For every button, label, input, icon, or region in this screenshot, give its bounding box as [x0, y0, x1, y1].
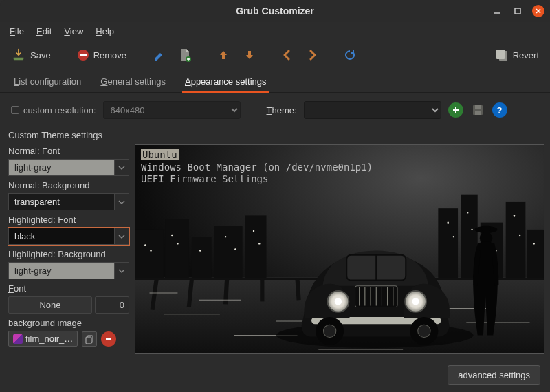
svg-rect-18: [245, 215, 267, 279]
svg-point-26: [171, 235, 173, 236]
svg-rect-2: [80, 54, 87, 56]
normal-font-select[interactable]: light-gray: [8, 159, 129, 176]
normal-background-select[interactable]: transparent: [8, 193, 129, 210]
svg-rect-0: [515, 8, 520, 14]
edit-button[interactable]: [148, 46, 169, 64]
svg-rect-5: [496, 50, 505, 59]
svg-line-44: [189, 279, 192, 307]
remove-button[interactable]: Remove: [73, 46, 131, 64]
new-entry-button[interactable]: [175, 45, 195, 65]
menu-file[interactable]: File: [10, 26, 24, 36]
normal-font-label: Normal: Font: [8, 146, 129, 156]
revert-button[interactable]: Revert: [491, 46, 543, 64]
app-window: Grub Customizer File Edit View Help Save…: [0, 0, 550, 392]
svg-rect-11: [106, 338, 111, 340]
svg-point-30: [234, 248, 236, 250]
menubar: File Edit View Help: [0, 22, 550, 41]
normal-background-label: Normal: Background: [8, 180, 129, 190]
svg-line-47: [298, 279, 299, 301]
remove-label: Remove: [94, 50, 126, 61]
pencil-icon: [153, 49, 165, 61]
revert-icon: [495, 49, 509, 61]
checkbox-icon: [11, 106, 19, 114]
svg-point-35: [467, 212, 468, 213]
highlighted-font-value: black: [8, 228, 114, 245]
svg-rect-78: [482, 226, 490, 231]
svg-line-45: [226, 279, 227, 305]
image-thumb-icon: [13, 334, 23, 344]
advanced-settings-button[interactable]: advanced settings: [448, 365, 540, 385]
chevron-down-icon: [114, 228, 129, 245]
svg-point-32: [258, 243, 260, 244]
footer: advanced settings: [0, 358, 550, 392]
svg-point-25: [150, 250, 151, 251]
tab-appearance-settings[interactable]: Appearance settings: [182, 69, 270, 92]
window-controls: [491, 5, 544, 17]
menu-help[interactable]: Help: [96, 26, 114, 36]
custom-resolution-checkbox[interactable]: custom resolution:: [11, 105, 96, 116]
theme-settings-panel: Normal: Font light-gray Normal: Backgrou…: [6, 144, 132, 358]
svg-point-72: [412, 298, 419, 305]
svg-point-39: [514, 215, 515, 216]
copy-image-button[interactable]: [82, 331, 97, 347]
tabs: List configuration General settings Appe…: [0, 69, 550, 93]
minimize-button[interactable]: [491, 5, 503, 17]
theme-select[interactable]: [304, 101, 441, 119]
boot-entry: UEFI Firmware Settings: [141, 173, 373, 186]
normal-background-field: Normal: Background transparent: [8, 180, 129, 210]
normal-font-value: light-gray: [8, 159, 114, 176]
save-label: Save: [30, 50, 51, 61]
refresh-icon: [344, 49, 356, 61]
theme-help-button[interactable]: ?: [492, 102, 507, 118]
boot-entry-selected: Ubuntu: [141, 149, 179, 160]
custom-resolution-label: custom resolution:: [23, 105, 96, 116]
svg-point-29: [225, 236, 226, 237]
chevron-down-icon: [114, 193, 129, 210]
save-button[interactable]: Save: [7, 45, 55, 65]
tab-list-configuration[interactable]: List configuration: [11, 69, 84, 92]
highlighted-background-select[interactable]: light-gray: [8, 262, 129, 279]
menu-view[interactable]: View: [64, 26, 83, 36]
font-chooser-button[interactable]: None: [8, 296, 92, 314]
highlighted-font-select[interactable]: black: [8, 228, 129, 245]
background-image-filename: film_noir_…: [25, 334, 73, 344]
move-right-button[interactable]: [302, 47, 322, 63]
move-left-button[interactable]: [278, 47, 297, 63]
svg-rect-16: [192, 237, 212, 279]
svg-rect-15: [165, 219, 189, 279]
theme-add-button[interactable]: [448, 102, 463, 118]
appearance-top-row: custom resolution: 640x480 Theme: ?: [0, 93, 550, 127]
svg-rect-7: [475, 105, 481, 109]
boot-entries: Ubuntu Windows Boot Manager (on /dev/nvm…: [141, 149, 373, 186]
font-field: Font None 0: [8, 283, 129, 314]
appearance-body: Normal: Font light-gray Normal: Backgrou…: [0, 144, 550, 358]
font-size-value[interactable]: 0: [95, 296, 129, 314]
chevron-left-icon: [282, 50, 293, 61]
boot-preview: Ubuntu Windows Boot Manager (on /dev/nvm…: [135, 144, 544, 354]
svg-rect-22: [506, 202, 526, 279]
move-down-button[interactable]: [239, 46, 260, 64]
background-image-chooser[interactable]: film_noir_…: [8, 331, 78, 347]
svg-point-41: [533, 243, 534, 244]
svg-rect-14: [135, 230, 164, 279]
download-icon: [11, 47, 26, 63]
remove-image-button[interactable]: [101, 331, 116, 347]
chevron-down-icon: [114, 262, 129, 279]
boot-entry: Windows Boot Manager (on /dev/nvme0n1p1): [141, 162, 373, 174]
refresh-button[interactable]: [340, 46, 360, 64]
move-up-button[interactable]: [213, 46, 234, 64]
highlighted-background-value: light-gray: [8, 262, 114, 279]
theme-save-button[interactable]: [470, 102, 485, 118]
menu-edit[interactable]: Edit: [36, 26, 52, 36]
highlighted-font-label: Highlighted: Font: [8, 215, 129, 225]
close-button[interactable]: [532, 5, 544, 17]
theme-label: Theme:: [267, 105, 297, 116]
svg-point-28: [199, 250, 201, 251]
maximize-button[interactable]: [512, 5, 524, 17]
titlebar: Grub Customizer: [0, 0, 550, 22]
resolution-select[interactable]: 640x480: [103, 101, 241, 119]
svg-point-31: [253, 230, 254, 232]
svg-rect-17: [214, 226, 243, 279]
svg-point-76: [418, 325, 430, 337]
tab-general-settings[interactable]: General settings: [98, 69, 168, 92]
